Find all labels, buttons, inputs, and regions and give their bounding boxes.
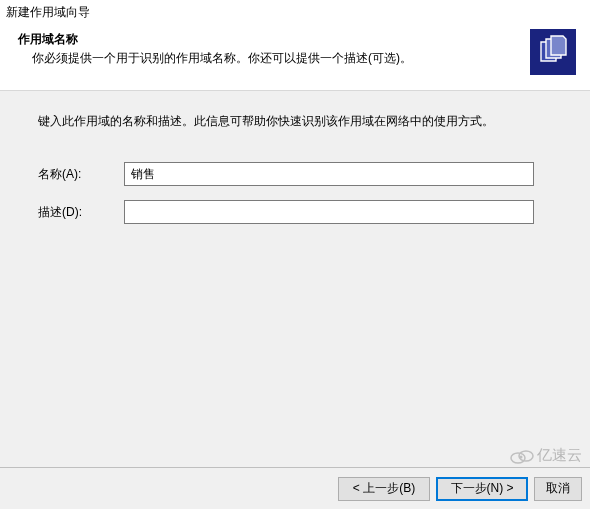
description-label: 描述(D): <box>38 204 124 221</box>
scope-folders-icon <box>530 29 576 75</box>
description-input[interactable] <box>124 200 534 224</box>
instruction-text: 键入此作用域的名称和描述。此信息可帮助你快速识别该作用域在网络中的使用方式。 <box>32 113 558 130</box>
name-input[interactable] <box>124 162 534 186</box>
back-button[interactable]: < 上一步(B) <box>338 477 430 501</box>
header-title: 作用域名称 <box>18 31 412 48</box>
header-subtitle: 你必须提供一个用于识别的作用域名称。你还可以提供一个描述(可选)。 <box>18 50 412 67</box>
cancel-button[interactable]: 取消 <box>534 477 582 501</box>
wizard-content: 键入此作用域的名称和描述。此信息可帮助你快速识别该作用域在网络中的使用方式。 名… <box>0 90 590 470</box>
wizard-footer: < 上一步(B) 下一步(N) > 取消 <box>0 467 590 509</box>
header-text-block: 作用域名称 你必须提供一个用于识别的作用域名称。你还可以提供一个描述(可选)。 <box>18 29 412 67</box>
window-title: 新建作用域向导 <box>0 0 590 23</box>
wizard-header: 作用域名称 你必须提供一个用于识别的作用域名称。你还可以提供一个描述(可选)。 <box>0 23 590 87</box>
description-row: 描述(D): <box>32 200 558 224</box>
next-button[interactable]: 下一步(N) > <box>436 477 528 501</box>
header-divider <box>0 87 590 88</box>
name-label: 名称(A): <box>38 166 124 183</box>
name-row: 名称(A): <box>32 162 558 186</box>
